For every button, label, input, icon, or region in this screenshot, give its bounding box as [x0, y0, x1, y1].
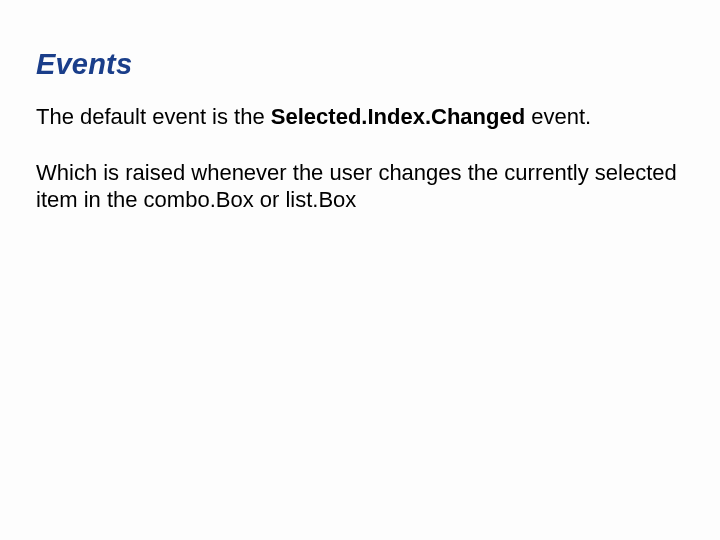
para1-pre: The default event is the	[36, 104, 271, 129]
para1-bold: Selected.Index.Changed	[271, 104, 525, 129]
slide-title: Events	[36, 48, 684, 81]
paragraph-1: The default event is the Selected.Index.…	[36, 103, 684, 131]
paragraph-2: Which is raised whenever the user change…	[36, 159, 684, 214]
para1-post: event.	[525, 104, 591, 129]
slide: Events The default event is the Selected…	[0, 0, 720, 214]
